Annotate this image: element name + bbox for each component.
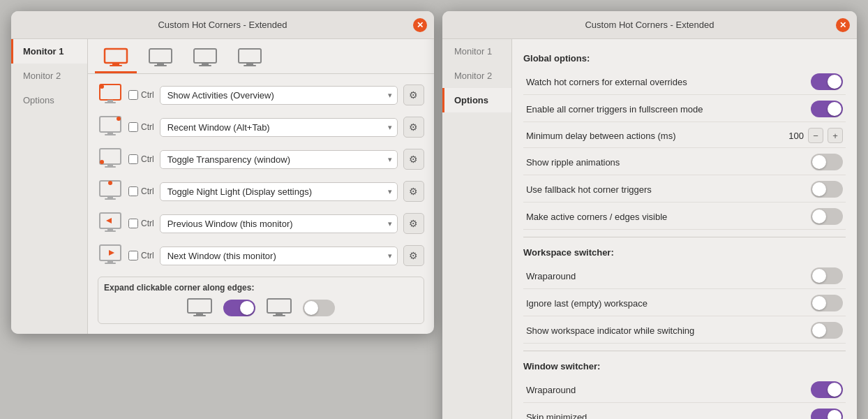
action-select-wrapper-3: Toggle Transparency (window) ▾ bbox=[160, 150, 398, 169]
options-main: Global options: Watch hot corners for ex… bbox=[512, 39, 857, 419]
svg-rect-38 bbox=[193, 315, 206, 316]
svg-rect-14 bbox=[105, 102, 116, 103]
left-titlebar: Custom Hot Corners - Extended ✕ bbox=[11, 11, 434, 39]
sidebar-item-monitor2[interactable]: Monitor 2 bbox=[11, 64, 87, 88]
toggle-win-wraparound[interactable] bbox=[811, 381, 843, 398]
option-text-ws-wrap: Wraparound bbox=[526, 271, 811, 281]
right-sidebar-monitor2[interactable]: Monitor 2 bbox=[442, 64, 511, 88]
option-show-indicator: Show workspace indicator while switching bbox=[523, 318, 846, 344]
toggle-ws-wraparound[interactable] bbox=[811, 267, 843, 284]
svg-rect-26 bbox=[105, 198, 116, 200]
svg-rect-21 bbox=[107, 164, 113, 166]
tab-bottom-right[interactable] bbox=[229, 43, 271, 73]
svg-rect-4 bbox=[157, 63, 164, 65]
ctrl-checkbox-2[interactable] bbox=[128, 122, 138, 132]
option-text-fallback: Use fallback hot corner triggers bbox=[526, 184, 811, 195]
spin-plus-button[interactable]: + bbox=[828, 128, 843, 143]
option-fullscreen-triggers: Enable all corner triggers in fullscreen… bbox=[523, 96, 846, 122]
gear-button-6[interactable]: ⚙ bbox=[403, 245, 424, 266]
monitor-corner-bl-icon bbox=[99, 148, 121, 170]
corner-icon-3 bbox=[98, 147, 123, 172]
ctrl-check-1: Ctrl bbox=[128, 90, 154, 100]
toggle-visible-corners[interactable] bbox=[811, 208, 843, 225]
tab-bottom-left[interactable] bbox=[184, 43, 226, 73]
action-select-1[interactable]: Show Activities (Overview) bbox=[160, 86, 398, 105]
tab-top-right[interactable] bbox=[140, 43, 181, 73]
option-min-delay: Minimum delay between actions (ms) 100 −… bbox=[523, 124, 846, 148]
ctrl-checkbox-6[interactable] bbox=[128, 251, 138, 260]
monitor-corner-tr-icon bbox=[99, 116, 121, 138]
monitor-next-icon bbox=[99, 244, 121, 267]
toggle-show-indicator[interactable] bbox=[811, 322, 843, 339]
right-sidebar-options[interactable]: Options bbox=[442, 88, 511, 112]
svg-point-15 bbox=[100, 84, 104, 89]
toggle-ignore-last[interactable] bbox=[811, 295, 843, 311]
ctrl-checkbox-3[interactable] bbox=[128, 154, 138, 164]
action-row-5: Ctrl Previous Window (this monitor) ▾ ⚙ bbox=[98, 211, 424, 236]
monitor-icon-2 bbox=[148, 47, 173, 67]
svg-rect-2 bbox=[110, 65, 122, 66]
right-sidebar-monitor1[interactable]: Monitor 1 bbox=[442, 39, 511, 64]
svg-point-19 bbox=[117, 117, 121, 121]
svg-rect-22 bbox=[105, 166, 116, 168]
action-select-2[interactable]: Recent Window (Alt+Tab) bbox=[160, 118, 398, 137]
corner-icon-2 bbox=[98, 115, 123, 140]
ctrl-checkbox-4[interactable] bbox=[128, 186, 138, 196]
action-select-6[interactable]: Next Window (this monitor) bbox=[160, 247, 398, 265]
spin-minus-button[interactable]: − bbox=[808, 128, 823, 143]
toggle-skip-minimized[interactable] bbox=[811, 409, 843, 419]
svg-rect-5 bbox=[154, 65, 167, 66]
ctrl-checkbox-1[interactable] bbox=[128, 90, 138, 100]
window-switcher-label: Window switcher: bbox=[523, 361, 846, 372]
option-ignore-last: Ignore last (empty) workspace bbox=[523, 291, 846, 316]
action-row-1: Ctrl Show Activities (Overview) ▾ ⚙ bbox=[98, 82, 424, 108]
right-titlebar: Custom Hot Corners - Extended ✕ bbox=[442, 11, 857, 39]
svg-rect-40 bbox=[276, 313, 283, 315]
toggle-fallback[interactable] bbox=[811, 181, 843, 198]
ctrl-checkbox-5[interactable] bbox=[128, 219, 138, 228]
option-ripple: Show ripple animations bbox=[523, 149, 846, 175]
option-visible-corners: Make active corners / edges visible bbox=[523, 204, 846, 230]
option-text-visible: Make active corners / edges visible bbox=[526, 212, 811, 222]
svg-rect-25 bbox=[107, 196, 113, 198]
tab-top-left[interactable] bbox=[95, 43, 137, 73]
action-select-wrapper-1: Show Activities (Overview) ▾ bbox=[160, 86, 398, 105]
sidebar-item-options[interactable]: Options bbox=[11, 88, 87, 112]
action-row-6: Ctrl Next Window (this monitor) ▾ ⚙ bbox=[98, 243, 424, 268]
option-controls-watch bbox=[811, 73, 843, 90]
ctrl-check-2: Ctrl bbox=[128, 122, 154, 132]
sidebar-item-monitor1[interactable]: Monitor 1 bbox=[11, 39, 87, 64]
option-text-skip-min: Skip minimized bbox=[526, 412, 811, 420]
toggle-ripple[interactable] bbox=[811, 154, 843, 170]
ctrl-check-6: Ctrl bbox=[128, 251, 154, 260]
left-close-button[interactable]: ✕ bbox=[413, 18, 427, 32]
toggle-watch-hot-corners[interactable] bbox=[811, 73, 843, 90]
global-options-label: Global options: bbox=[523, 53, 846, 64]
option-watch-hot-corners: Watch hot corners for external overrides bbox=[523, 69, 846, 95]
expand-toggle-2[interactable] bbox=[303, 300, 335, 316]
gear-button-1[interactable]: ⚙ bbox=[403, 84, 424, 105]
expand-monitor-icon-2 bbox=[267, 298, 292, 318]
svg-rect-6 bbox=[194, 49, 216, 63]
gear-button-5[interactable]: ⚙ bbox=[403, 213, 424, 234]
toggle-fullscreen-triggers[interactable] bbox=[811, 101, 843, 117]
gear-button-3[interactable]: ⚙ bbox=[403, 149, 424, 170]
svg-marker-31 bbox=[106, 218, 112, 223]
svg-rect-9 bbox=[239, 49, 261, 63]
option-text-watch: Watch hot corners for external overrides bbox=[526, 77, 811, 87]
monitor-prev-icon bbox=[99, 212, 121, 235]
gear-button-2[interactable]: ⚙ bbox=[403, 117, 424, 138]
action-select-4[interactable]: Toggle Night Light (Display settings) bbox=[160, 182, 398, 201]
svg-rect-11 bbox=[244, 65, 256, 66]
right-window: Custom Hot Corners - Extended ✕ Monitor … bbox=[442, 11, 857, 419]
svg-marker-35 bbox=[109, 250, 114, 256]
ctrl-check-5: Ctrl bbox=[128, 219, 154, 228]
monitor-corner-br-icon bbox=[99, 180, 121, 203]
left-main-content: Ctrl Show Activities (Overview) ▾ ⚙ bbox=[88, 39, 434, 334]
expand-toggle-1[interactable] bbox=[223, 300, 255, 316]
action-select-5[interactable]: Previous Window (this monitor) bbox=[160, 214, 398, 233]
gear-button-4[interactable]: ⚙ bbox=[403, 181, 424, 202]
option-skip-minimized: Skip minimized bbox=[523, 404, 846, 419]
action-select-3[interactable]: Toggle Transparency (window) bbox=[160, 150, 398, 169]
right-close-button[interactable]: ✕ bbox=[836, 18, 850, 32]
